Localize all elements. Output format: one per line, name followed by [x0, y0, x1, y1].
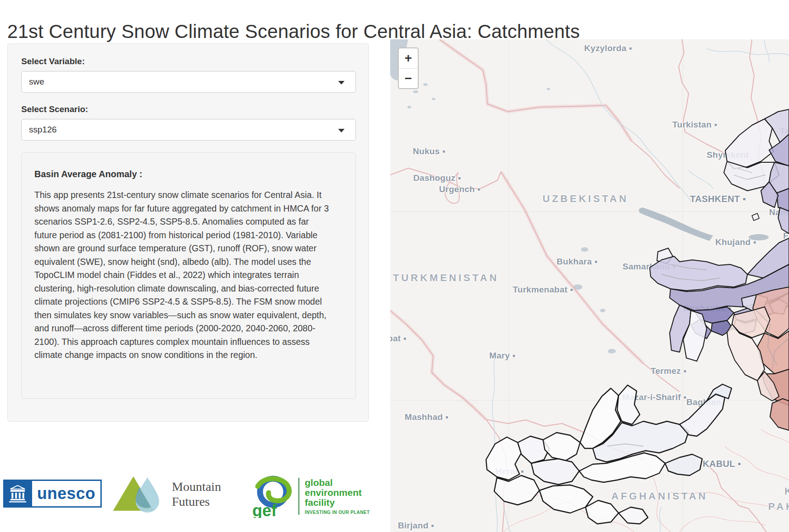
gef-line2: environment: [305, 488, 370, 498]
unesco-temple-icon: [3, 480, 32, 508]
zoom-in-button[interactable]: +: [399, 48, 418, 68]
gef-line1: global: [305, 478, 370, 488]
partner-logos: unesco Mountain Futures gef global en: [0, 475, 371, 520]
unesco-wordmark: unesco: [37, 484, 95, 503]
catchment-overlay[interactable]: [390, 39, 789, 532]
chevron-down-icon: [338, 129, 345, 132]
gef-logo: gef global environment facility INVESTIN…: [251, 475, 370, 518]
variable-selected-value: swe: [29, 77, 44, 87]
mountain-futures-line1: Mountain: [172, 479, 221, 494]
mountain-futures-line2: Futures: [172, 494, 221, 509]
scenario-label: Select Scenario:: [21, 104, 355, 114]
info-description: This app presents 21st-century snow clim…: [34, 188, 333, 362]
zoom-out-button[interactable]: −: [399, 69, 418, 89]
sidebar-panel: Select Variable: swe Select Scenario: ss…: [7, 43, 369, 422]
mountain-futures-logo: Mountain Futures: [112, 475, 221, 513]
app-window: 21st Century Snow Climate Scenarios for …: [0, 0, 789, 532]
leaflet-map[interactable]: Kyzylorda ▪ Turkistan ▪ Ta Shymkent Nuku…: [390, 39, 789, 532]
unesco-logo: unesco: [3, 480, 102, 508]
scenario-selected-value: ssp126: [29, 125, 57, 135]
scenario-select[interactable]: ssp126: [21, 119, 356, 141]
map-zoom-control: + −: [398, 47, 419, 89]
variable-select[interactable]: swe: [21, 71, 356, 93]
basin-anomaly-info-panel: Basin Average Anomaly : This app present…: [21, 152, 356, 399]
info-heading: Basin Average Anomaly :: [34, 169, 343, 179]
mountain-futures-icon: [112, 475, 165, 513]
gef-tagline: INVESTING IN OUR PLANET: [305, 510, 370, 515]
variable-label: Select Variable:: [21, 56, 355, 66]
svg-text:gef: gef: [252, 501, 277, 518]
gef-globe-icon: gef: [251, 475, 293, 518]
gef-line3: facility: [305, 498, 370, 508]
chevron-down-icon: [338, 81, 345, 85]
